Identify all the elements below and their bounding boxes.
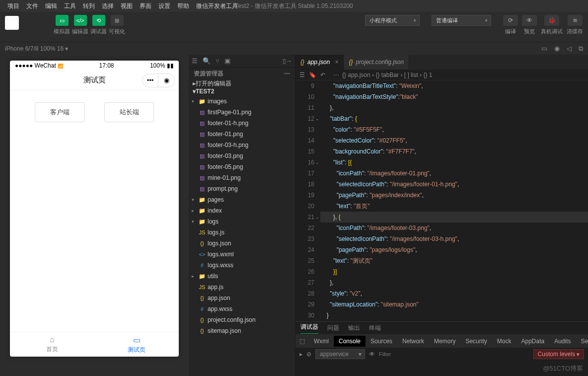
devtab-Mock[interactable]: Mock (492, 336, 516, 347)
filter-input[interactable] (379, 351, 529, 357)
devtab-AppData[interactable]: AppData (516, 336, 549, 347)
bottom-tab-问题[interactable]: 问题 (327, 324, 339, 332)
menu-帮助[interactable]: 帮助 (174, 1, 193, 11)
editor-button[interactable]: </>编辑器 (72, 15, 88, 35)
img-icon: ▨ (199, 131, 206, 138)
bottom-tab-终端[interactable]: 终端 (369, 324, 381, 332)
menu-编辑[interactable]: 编辑 (42, 1, 61, 11)
menu-项目[interactable]: 项目 (4, 1, 23, 11)
menu-选择[interactable]: 选择 (98, 1, 117, 11)
mode-select[interactable]: 小程序模式 (365, 15, 420, 26)
toolbar: ▭模拟器 </>编辑器 ⟲调试器 ⊞可视化 小程序模式 普通编译 ⟳编译 👁预览… (0, 12, 588, 42)
list-icon[interactable]: ☰ (299, 72, 305, 78)
devtab-Console[interactable]: Console (334, 336, 366, 347)
tab-test[interactable]: ▭测试页 (94, 332, 179, 357)
tree-item[interactable]: ▨footer-01-h.png (189, 118, 295, 129)
tree-item[interactable]: <>logs.wxml (189, 249, 295, 260)
devtab-Wxml[interactable]: Wxml (309, 336, 334, 347)
mute-icon[interactable]: ◁ (567, 45, 572, 53)
tree-item[interactable]: ▾📁logs (189, 216, 295, 227)
visual-button[interactable]: ⊞可视化 (109, 15, 125, 35)
tree-item[interactable]: ▾📁images (189, 96, 295, 107)
devtab-Se[interactable]: Se (576, 336, 588, 347)
preview-button[interactable]: 👁预览 (522, 15, 537, 35)
explorer-panel: ☰ 🔍 ⑂ ▣ ▯→ 资源管理器⋯ ▸打开的编辑器 ▾TEST2 ▾📁image… (189, 55, 295, 376)
more-icon[interactable]: ⋯ (284, 70, 290, 77)
tree-item[interactable]: ▨footer-03.png (189, 150, 295, 161)
eye-icon[interactable]: 👁 (369, 351, 375, 358)
ext-icon[interactable]: ▣ (224, 57, 230, 65)
tab-project-config[interactable]: {}project.config.json (344, 55, 409, 70)
open-editors-section[interactable]: ▸打开的编辑器 (189, 79, 295, 88)
files-icon[interactable]: ☰ (192, 57, 198, 65)
phone-simulator: ●●●●● WeChat 📶 17:08 100% ▮▮ 测试页 •••◉ 客户… (10, 61, 179, 357)
tree-item[interactable]: {}app.json (189, 293, 295, 303)
clear-cache-button[interactable]: ≋清缓存 (567, 15, 583, 35)
scope-select[interactable]: appservice (315, 349, 365, 359)
record-icon[interactable]: ◉ (554, 45, 560, 53)
code-editor[interactable]: 9101112⌄13141516⌄1718192021⌄222324252627… (295, 80, 588, 321)
tree-item[interactable]: ▨footer-03-h.png (189, 140, 295, 150)
inspect-icon[interactable]: ⬚ (299, 338, 305, 345)
menu-文件[interactable]: 文件 (23, 1, 42, 11)
tree-item[interactable]: ▨prompt.png (189, 183, 295, 194)
capsule[interactable]: •••◉ (142, 74, 175, 87)
tree-item[interactable]: {}logs.json (189, 238, 295, 249)
tab-home[interactable]: ⌂首页 (10, 332, 94, 357)
menu-界面[interactable]: 界面 (136, 1, 155, 11)
tree-item[interactable]: #app.wxss (189, 303, 295, 314)
tree-item[interactable]: {}sitemap.json (189, 325, 295, 336)
station-button[interactable]: 站长端 (104, 102, 154, 122)
tree-item[interactable]: ▾📁pages (189, 194, 295, 205)
tree-item[interactable]: JSlogs.js (189, 227, 295, 238)
real-debug-button[interactable]: 🐞真机调试 (541, 15, 563, 35)
img-icon: ▨ (199, 153, 206, 159)
breadcrumb[interactable]: {} app.json › {} tabBar › [ ] list › {} … (342, 72, 432, 78)
watermark: @51CTO博客 (543, 364, 583, 373)
folder-icon: 📁 (199, 273, 206, 280)
devtab-Sources[interactable]: Sources (366, 336, 397, 347)
back-icon[interactable]: ↶ (320, 72, 325, 78)
debugger-button[interactable]: ⟲调试器 (90, 15, 107, 35)
menu-工具[interactable]: 工具 (61, 1, 79, 11)
menu-视图[interactable]: 视图 (117, 1, 136, 11)
tree-item[interactable]: ▸📁utils (189, 271, 295, 282)
bookmark-icon[interactable]: 🔖 (309, 72, 316, 78)
compile-mode-select[interactable]: 普通编译 (432, 15, 491, 26)
tree-item[interactable]: ▨mine-01.png (189, 172, 295, 183)
menu-微信开发者工具[interactable]: 微信开发者工具 (193, 1, 241, 11)
compile-button[interactable]: ⟳编译 (503, 15, 518, 35)
bottom-tab-输出[interactable]: 输出 (348, 324, 360, 332)
copy-icon[interactable]: ⧉ (579, 45, 583, 53)
level-select[interactable]: Custom levels ▾ (533, 349, 584, 359)
tree-item[interactable]: JSapp.js (189, 282, 295, 293)
menu-转到[interactable]: 转到 (79, 1, 98, 11)
tree-item[interactable]: ▨firstPage-01.png (189, 107, 295, 118)
tree-item[interactable]: {}project.config.json (189, 314, 295, 325)
tree-item[interactable]: #logs.wxss (189, 260, 295, 271)
tree-item[interactable]: ▨footer-05.png (189, 161, 295, 172)
simulator-button[interactable]: ▭模拟器 (54, 15, 70, 35)
devtab-Network[interactable]: Network (397, 336, 429, 347)
project-root[interactable]: ▾TEST2 (189, 88, 295, 95)
search-icon[interactable]: 🔍 (203, 57, 211, 65)
tab-app-json[interactable]: {}app.json× (295, 55, 344, 70)
device-icon[interactable]: ▭ (541, 45, 547, 53)
close-icon[interactable]: × (335, 59, 338, 66)
tree-item[interactable]: ▨footer-01.png (189, 129, 295, 140)
branch-icon[interactable]: ⑂ (216, 57, 220, 65)
client-button[interactable]: 客户端 (35, 102, 84, 122)
tree-item[interactable]: ▸📁index (189, 205, 295, 216)
device-info[interactable]: iPhone 6/7/8 100% 16 (5, 45, 64, 52)
menu-设置[interactable]: 设置 (155, 1, 174, 11)
bottom-tab-调试器[interactable]: 调试器 (300, 323, 318, 334)
sidebar-icon[interactable]: ▸ (299, 351, 302, 358)
wxml-icon: <> (199, 251, 206, 257)
clear-icon[interactable]: ⊘ (306, 351, 311, 358)
devtab-Audits[interactable]: Audits (549, 336, 576, 347)
devtab-Security[interactable]: Security (460, 336, 492, 347)
layout-icon[interactable]: ▯→ (283, 58, 292, 65)
devtab-Memory[interactable]: Memory (429, 336, 460, 347)
avatar[interactable] (5, 16, 19, 30)
capsule-close-icon: ◉ (158, 74, 174, 87)
